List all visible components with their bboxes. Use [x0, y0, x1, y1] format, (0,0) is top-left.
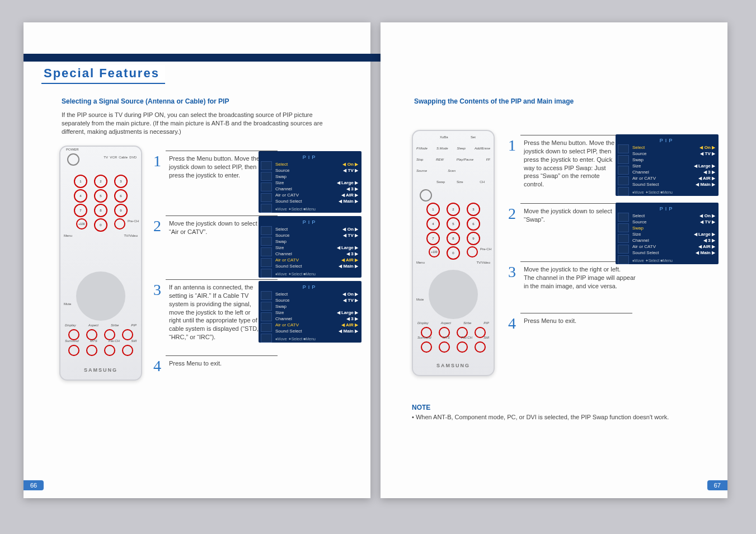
blank-btn [114, 218, 125, 229]
num-plus100: +100 [76, 218, 87, 229]
row-labels-2: SurroundMTSFav.CHStill [65, 339, 137, 343]
step-text: Move the joystick to the right or left. … [524, 265, 640, 291]
prech-label: Pre-CH [128, 219, 139, 223]
row-labels-2: SurroundMTSFav.CHStill [417, 336, 489, 339]
set-label: Set [471, 135, 476, 139]
step-text: Move the joystick down to select “Swap”. [524, 207, 620, 224]
remote-control-illustration-right: XoBa Set P.ModeS.ModeSleepAdd/Erase Stop… [412, 130, 495, 376]
num-0: 0 [447, 246, 460, 260]
osd-step1: PIP Select◀ On ▶ Source◀ TV ▶ Swap Size◀… [259, 151, 361, 213]
aspect-btn [86, 329, 97, 340]
num-8: 8 [94, 204, 107, 217]
strobe-btn [104, 329, 115, 340]
transport-labels: StopREWPlay/PauseFF [416, 158, 490, 161]
top-row-labels: P.ModeS.ModeSleepAdd/Erase [416, 147, 490, 150]
step-text: If an antenna is connected, the setting … [169, 283, 263, 341]
manual-spread: Special Features Selecting a Signal Sour… [0, 0, 756, 534]
osd-title: PIP [261, 154, 359, 160]
row-labels-1: DisplayAspectStrbePIP [65, 324, 137, 327]
num-4: 4 [74, 189, 87, 203]
power-icon [67, 153, 79, 166]
page-number-right: 67 [707, 480, 727, 490]
pip-btn [122, 329, 133, 340]
source-scan-labels: SourceScan [416, 169, 456, 172]
num-6: 6 [467, 217, 480, 231]
num-7: 7 [74, 204, 87, 217]
step-number: 1 [153, 152, 161, 170]
section-title-left: Selecting a Signal Source (Antenna or Ca… [62, 97, 229, 105]
favch-btn [457, 341, 468, 353]
num-6: 6 [114, 189, 128, 203]
mts-btn [86, 345, 97, 356]
note-body: • When ANT-B, Component mode, PC, or DVI… [412, 413, 703, 421]
page-left: Special Features Selecting a Signal Sour… [24, 22, 370, 498]
mute-label: Mute [416, 298, 424, 301]
num-9: 9 [467, 232, 480, 245]
num-9: 9 [114, 204, 128, 217]
swap-label: Swap [436, 180, 445, 184]
power-label: POWER [66, 148, 79, 151]
num-3: 3 [114, 175, 128, 188]
prech-label: Pre-CH [480, 247, 491, 251]
step-number: 3 [508, 263, 516, 281]
size-label: Size [457, 180, 463, 184]
step-text: Press the Menu button. Move the joystick… [169, 154, 263, 180]
step-number: 1 [508, 137, 516, 154]
menu-label: Menu [416, 261, 425, 264]
surround-btn [68, 345, 79, 356]
row-labels-1: DisplayAspectStrbePIP [417, 321, 489, 325]
num-1: 1 [426, 203, 440, 216]
page-number-left: 66 [24, 480, 44, 490]
osd-title: PIP [618, 206, 716, 212]
section-title-right: Swapping the Contents of the PIP and Mai… [414, 97, 574, 105]
power-icon [420, 189, 432, 202]
still-btn [122, 345, 133, 356]
osd-footer: ♦Move ✦Select ■Menu [632, 259, 673, 263]
source-labels: TV VCR Cable DVD [104, 156, 137, 159]
note-heading: NOTE [412, 404, 430, 411]
mts-btn [439, 341, 450, 353]
num-plus100: +100 [429, 246, 440, 257]
osd-footer: ♦Move ✦Select ■Menu [275, 207, 316, 212]
joystick-pad [429, 270, 478, 319]
xoba-label: XoBa [440, 135, 448, 139]
step-number: 3 [153, 281, 161, 299]
num-2: 2 [94, 175, 107, 188]
ch-label: CH [480, 180, 485, 184]
osd-swap-2: PIP Select◀ On ▶ Source◀ TV ▶ Swap Size◀… [616, 203, 719, 264]
remote-brand: SAMSUNG [59, 367, 142, 373]
osd-title: PIP [618, 138, 716, 143]
tvvideo-label: TV/Video [124, 234, 138, 237]
num-7: 7 [426, 232, 440, 245]
step-number: 2 [153, 217, 161, 235]
blank-btn [467, 246, 478, 257]
step-number: 2 [508, 205, 516, 223]
osd-title: PIP [261, 219, 359, 225]
joystick-pad [76, 271, 125, 321]
step-text: Press Menu to exit. [524, 317, 620, 325]
num-5: 5 [94, 189, 107, 203]
num-5: 5 [447, 217, 460, 231]
menu-label: Menu [64, 234, 72, 237]
num-2: 2 [447, 203, 460, 216]
remote-control-illustration: POWER TV VCR Cable DVD 1 2 3 4 5 6 7 8 9… [59, 146, 142, 381]
num-8: 8 [447, 232, 460, 245]
intro-paragraph: If the PIP source is TV during PIP ON, y… [62, 111, 336, 136]
step-number: 4 [508, 315, 516, 332]
remote-brand: SAMSUNG [412, 363, 495, 368]
display-btn [68, 329, 79, 340]
num-4: 4 [426, 217, 440, 231]
osd-step2: PIP Select◀ On ▶ Source◀ TV ▶ Swap Size◀… [259, 216, 361, 278]
osd-rows: Select◀ On ▶ Source◀ TV ▶ Swap Size◀ Lar… [275, 161, 358, 204]
osd-footer: ♦Move ✦Select ■Menu [632, 190, 673, 195]
favch-btn [104, 345, 115, 356]
step-text: Move the joystick down to select “Air or… [169, 219, 263, 236]
step-number: 4 [153, 357, 161, 375]
osd-footer: ♦Move ✦Select ■Menu [275, 272, 316, 277]
osd-swap-1: PIP Select◀ On ▶ Source◀ TV ▶ Swap Size◀… [616, 134, 719, 196]
page-right: Swapping the Contents of the PIP and Mai… [381, 22, 727, 498]
num-0: 0 [94, 218, 107, 232]
chapter-heading: Special Features [41, 65, 165, 84]
mute-label: Mute [64, 302, 71, 306]
surround-btn [421, 341, 432, 353]
